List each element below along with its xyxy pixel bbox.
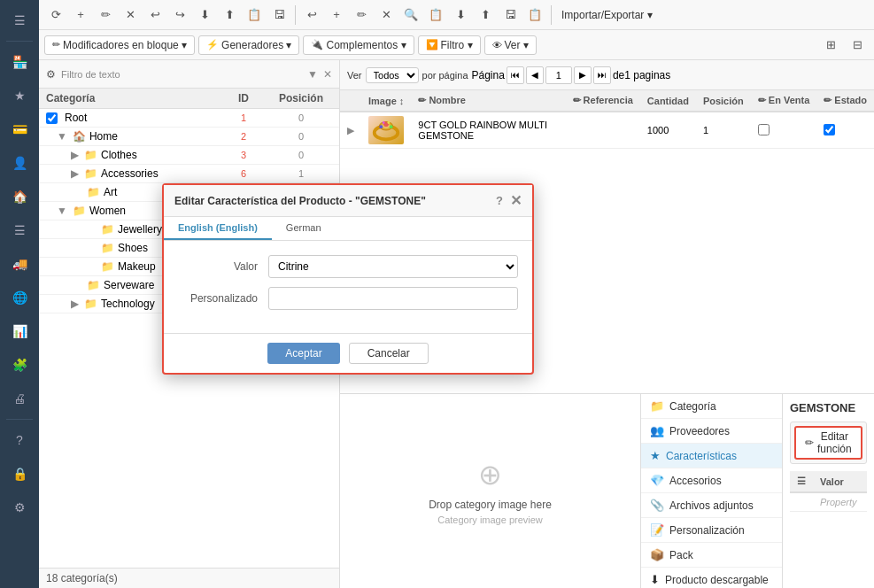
tree-item-home[interactable]: ▼ 🏠 Home 2 0 — [39, 128, 339, 146]
col-header-referencia[interactable]: ✏ Referencia — [566, 90, 640, 112]
valor-header: Valor — [813, 471, 867, 492]
ver-label: Ver — [347, 70, 362, 81]
page-last-button[interactable]: ⏭ — [593, 66, 611, 84]
menu-item-categoria[interactable]: 📁 Categoría — [641, 394, 782, 419]
per-page-select[interactable]: Todos 10 20 — [366, 67, 419, 83]
search-button[interactable]: 🔍 — [399, 4, 422, 27]
menu-item-personalizacion[interactable]: 📝 Personalización — [641, 518, 782, 543]
sidebar-store-icon[interactable]: 🏪 — [2, 46, 37, 78]
grid-button[interactable]: ⊟ — [846, 34, 869, 57]
copy3-button[interactable]: 📋 — [523, 4, 546, 27]
caracteristicas-icon: ★ — [650, 449, 661, 462]
svg-point-5 — [387, 121, 390, 124]
sort-icon-col: ☰ — [790, 471, 813, 492]
ver-button[interactable]: 👁 Ver ▾ — [484, 35, 537, 55]
col-header-en-venta[interactable]: ✏ En Venta — [751, 90, 817, 112]
undo-button[interactable]: ↩ — [143, 4, 166, 27]
accessories-id: 6 — [217, 168, 270, 179]
copy-button[interactable]: 📋 — [243, 4, 266, 27]
generadores-button[interactable]: ⚡ Generadores ▾ — [198, 35, 299, 55]
sidebar-chart-icon[interactable]: 📊 — [2, 315, 37, 347]
sidebar-lock-icon[interactable]: 🔒 — [2, 458, 37, 490]
col-header-estado[interactable]: ✏ Estado — [816, 90, 874, 112]
tab-german[interactable]: German — [272, 217, 336, 240]
refresh2-button[interactable]: ↩ — [300, 4, 323, 27]
menu-item-archivos[interactable]: 📎 Archivos adjuntos — [641, 493, 782, 518]
dialog-footer: Aceptar Cancelar — [164, 333, 532, 373]
filter-x-icon[interactable]: ✕ — [323, 68, 332, 81]
tab-english[interactable]: English (English) — [164, 217, 272, 240]
copy2-button[interactable]: 📋 — [424, 4, 447, 27]
sidebar-printer-icon[interactable]: 🖨 — [2, 383, 37, 414]
toolbar-separator-2 — [551, 5, 552, 25]
row-estado[interactable] — [816, 112, 874, 149]
page-first-button[interactable]: ⏮ — [507, 66, 524, 84]
add-button[interactable]: + — [69, 4, 92, 27]
delete-button[interactable]: ✕ — [119, 4, 142, 27]
root-checkbox[interactable] — [46, 112, 58, 124]
tree-item-root[interactable]: Root 1 0 — [39, 109, 339, 128]
save2-button[interactable]: 🖫 — [499, 4, 522, 27]
refresh-button[interactable]: ⟳ — [44, 4, 67, 27]
accept-button[interactable]: Aceptar — [267, 343, 339, 364]
sidebar-truck-icon[interactable]: 🚚 — [2, 248, 37, 280]
filter-settings-icon: ⚙ — [46, 68, 56, 81]
col-header-image[interactable]: Image ↕ — [361, 90, 411, 112]
sidebar-list-icon[interactable]: ☰ — [2, 214, 37, 246]
row-expand[interactable]: ▶ — [340, 112, 361, 149]
sidebar-question-icon[interactable]: ? — [2, 424, 37, 456]
sidebar-star-icon[interactable]: ★ — [2, 80, 37, 112]
tree-header: Categoría ID Posición — [39, 89, 339, 109]
cancel-button[interactable]: Cancelar — [349, 343, 429, 364]
save-button[interactable]: 🖫 — [267, 4, 290, 27]
filtro-button[interactable]: 🔽 Filtro ▾ — [418, 35, 481, 55]
edit2-button[interactable]: ✏ — [350, 4, 373, 27]
personalizado-input[interactable] — [268, 287, 518, 310]
add2-button[interactable]: + — [325, 4, 348, 27]
col-header-nombre[interactable]: ✏ Nombre — [411, 90, 565, 112]
redo-button[interactable]: ↪ — [168, 4, 191, 27]
menu-item-pack[interactable]: 📦 Pack — [641, 543, 782, 568]
import-export-button[interactable]: Importar/Exportar ▾ — [556, 7, 658, 23]
page-prev-button[interactable]: ◀ — [526, 66, 544, 84]
sidebar-globe-icon[interactable]: 🌐 — [2, 282, 37, 313]
accessories-label: Accessories — [101, 167, 159, 180]
edit-feature-dialog: Editar Característica del Producto - "GE… — [162, 183, 534, 375]
edit-button[interactable]: ✏ — [94, 4, 117, 27]
dialog-help-icon[interactable]: ? — [496, 194, 503, 207]
valor-select[interactable]: Citrine Diamond Ruby Sapphire — [268, 255, 518, 278]
tree-item-clothes[interactable]: ▶ 📁 Clothes 3 0 — [39, 146, 339, 165]
tree-footer: 18 categoría(s) — [39, 568, 339, 588]
bottom-image-drop[interactable]: ⊕ Drop category image here Category imag… — [340, 394, 641, 588]
sidebar-gear-icon[interactable]: ⚙ — [2, 491, 37, 523]
complementos-button[interactable]: 🔌 Complementos ▾ — [303, 35, 414, 55]
down2-button[interactable]: ⬇ — [449, 4, 472, 27]
sidebar-house-icon[interactable]: 🏠 — [2, 181, 37, 213]
menu-item-proveedores[interactable]: 👥 Proveedores — [641, 419, 782, 444]
dialog-close-button[interactable]: ✕ — [510, 192, 522, 209]
up-button[interactable]: ⬆ — [218, 4, 241, 27]
dialog-tabs: English (English) German — [164, 217, 532, 241]
sidebar-card-icon[interactable]: 💳 — [2, 113, 37, 145]
col-header-expand — [340, 90, 361, 112]
edit-function-button[interactable]: ✏ Editar función — [794, 426, 862, 460]
menu-item-accesorios[interactable]: 💎 Accesorios — [641, 468, 782, 493]
tree-item-accessories[interactable]: ▶ 📁 Accessories 6 1 — [39, 165, 339, 183]
menu-item-caracteristicas[interactable]: ★ Características — [641, 444, 782, 468]
sidebar-puzzle-icon[interactable]: 🧩 — [2, 349, 37, 381]
product-image — [368, 116, 404, 144]
table-row: ▶ — [340, 112, 874, 149]
delete2-button[interactable]: ✕ — [375, 4, 398, 27]
deactivate-button[interactable]: ⊘ Desactive la función — [870, 428, 874, 458]
menu-item-descargable[interactable]: ⬇ Producto descargable — [641, 568, 782, 588]
por-pagina-label: por página — [422, 70, 468, 81]
sort-button[interactable]: ⊞ — [819, 34, 842, 57]
modificadores-button[interactable]: ✏ Modificadores en bloque ▾ — [44, 35, 195, 55]
down-button[interactable]: ⬇ — [193, 4, 216, 27]
up2-button[interactable]: ⬆ — [474, 4, 497, 27]
page-next-button[interactable]: ▶ — [574, 66, 592, 84]
sidebar-menu-icon[interactable]: ☰ — [2, 4, 37, 36]
sidebar-person-icon[interactable]: 👤 — [2, 147, 37, 179]
row-en-venta[interactable] — [751, 112, 817, 149]
page-input[interactable] — [545, 66, 572, 84]
